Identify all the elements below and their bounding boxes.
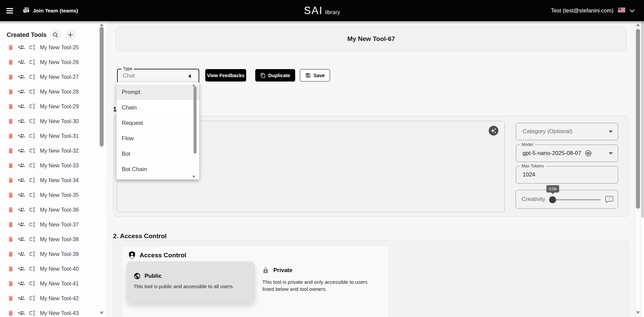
delete-tool-icon[interactable] bbox=[7, 103, 14, 110]
share-tool-icon[interactable] bbox=[17, 221, 25, 228]
delete-tool-icon[interactable] bbox=[7, 162, 14, 169]
delete-tool-icon[interactable] bbox=[7, 265, 14, 272]
type-menu-option[interactable]: Prompt bbox=[116, 85, 199, 100]
share-tool-icon[interactable] bbox=[17, 147, 25, 154]
sidebar-scroll-down-icon[interactable] bbox=[100, 312, 104, 314]
share-tool-icon[interactable] bbox=[17, 44, 25, 51]
rename-tool-icon[interactable] bbox=[29, 221, 36, 228]
tool-name[interactable]: My New Tool-38 bbox=[40, 236, 79, 243]
delete-tool-icon[interactable] bbox=[7, 44, 14, 51]
delete-tool-icon[interactable] bbox=[7, 192, 14, 199]
content-scrollbar[interactable] bbox=[636, 29, 640, 209]
rename-tool-icon[interactable] bbox=[29, 251, 36, 257]
tool-name[interactable]: My New Tool-29 bbox=[40, 103, 79, 110]
rename-tool-icon[interactable] bbox=[29, 162, 36, 169]
delete-tool-icon[interactable] bbox=[7, 88, 14, 95]
rename-tool-icon[interactable] bbox=[29, 177, 36, 183]
type-menu-scroll-down-icon[interactable] bbox=[192, 176, 196, 178]
type-menu-option[interactable]: Bot bbox=[116, 146, 199, 162]
delete-tool-icon[interactable] bbox=[7, 73, 14, 81]
rename-tool-icon[interactable] bbox=[29, 236, 36, 243]
menu-icon[interactable] bbox=[5, 6, 14, 15]
share-tool-icon[interactable] bbox=[17, 103, 25, 110]
category-select[interactable]: Category (Optional) bbox=[516, 123, 618, 140]
search-icon[interactable] bbox=[50, 29, 61, 41]
join-team-button[interactable]: Join Team (teams) bbox=[23, 5, 78, 16]
tool-name[interactable]: My New Tool-40 bbox=[40, 266, 79, 272]
type-menu-option[interactable]: Request bbox=[116, 115, 199, 131]
tool-name[interactable]: My New Tool-42 bbox=[40, 295, 79, 302]
tool-name[interactable]: My New Tool-26 bbox=[40, 59, 79, 65]
creativity-slider-track[interactable] bbox=[555, 199, 601, 200]
type-menu-option[interactable]: Flow bbox=[116, 131, 199, 146]
share-tool-icon[interactable] bbox=[17, 177, 25, 183]
tool-name[interactable]: My New Tool-32 bbox=[40, 148, 79, 154]
window-scrollbar[interactable] bbox=[641, 21, 644, 218]
tool-name[interactable]: My New Tool-35 bbox=[40, 192, 79, 198]
delete-tool-icon[interactable] bbox=[7, 177, 14, 184]
creativity-slider-thumb[interactable] bbox=[549, 196, 556, 203]
delete-tool-icon[interactable] bbox=[7, 280, 14, 287]
rename-tool-icon[interactable] bbox=[29, 147, 36, 154]
rename-tool-icon[interactable] bbox=[29, 88, 36, 95]
share-tool-icon[interactable] bbox=[17, 280, 25, 287]
account-menu-button[interactable]: Test (test@stefanini.com) bbox=[551, 0, 635, 21]
tool-name[interactable]: My New Tool-43 bbox=[40, 310, 79, 316]
share-tool-icon[interactable] bbox=[17, 206, 25, 213]
window-scrollbar-track[interactable] bbox=[641, 21, 644, 317]
public-option-card[interactable]: Public This tool is public and accessibl… bbox=[126, 261, 255, 302]
delete-tool-icon[interactable] bbox=[7, 310, 14, 317]
share-tool-icon[interactable] bbox=[17, 88, 25, 95]
delete-tool-icon[interactable] bbox=[7, 147, 14, 154]
delete-tool-icon[interactable] bbox=[7, 118, 14, 125]
type-menu-scroll-up-icon[interactable] bbox=[192, 84, 196, 86]
content-scroll-down-icon[interactable] bbox=[636, 311, 640, 314]
rename-tool-icon[interactable] bbox=[29, 265, 36, 272]
type-menu-option[interactable]: Bot Chain bbox=[116, 162, 199, 177]
rename-tool-icon[interactable] bbox=[29, 280, 36, 287]
private-option[interactable]: Private This tool is private and only ac… bbox=[262, 266, 383, 293]
tool-name[interactable]: My New Tool-36 bbox=[40, 207, 79, 213]
tool-name[interactable]: My New Tool-31 bbox=[40, 133, 79, 139]
tool-name[interactable]: My New Tool-25 bbox=[40, 44, 79, 51]
delete-tool-icon[interactable] bbox=[7, 236, 14, 243]
tool-name[interactable]: My New Tool-33 bbox=[40, 162, 79, 169]
rename-tool-icon[interactable] bbox=[29, 118, 36, 124]
type-select[interactable]: Type Chat bbox=[117, 69, 199, 83]
tool-name[interactable]: My New Tool-30 bbox=[40, 118, 79, 124]
type-menu-scrollbar[interactable] bbox=[194, 87, 197, 154]
rename-tool-icon[interactable] bbox=[29, 310, 36, 316]
help-bubble-icon[interactable]: ? bbox=[605, 196, 613, 205]
delete-tool-icon[interactable] bbox=[7, 206, 14, 213]
share-tool-icon[interactable] bbox=[17, 118, 25, 124]
delete-tool-icon[interactable] bbox=[7, 221, 14, 228]
save-button[interactable]: Save bbox=[300, 69, 330, 82]
max-tokens-input[interactable]: Max Tokens 1024 bbox=[516, 166, 618, 183]
share-tool-icon[interactable] bbox=[17, 295, 25, 302]
share-tool-icon[interactable] bbox=[17, 251, 25, 257]
tool-name[interactable]: My New Tool-37 bbox=[40, 221, 79, 228]
delete-tool-icon[interactable] bbox=[7, 59, 14, 66]
rename-tool-icon[interactable] bbox=[29, 133, 36, 139]
tool-name[interactable]: My New Tool-28 bbox=[40, 89, 79, 95]
ai-generate-icon[interactable] bbox=[489, 126, 498, 136]
rename-tool-icon[interactable] bbox=[29, 206, 36, 213]
view-feedbacks-button[interactable]: View Feedbacks bbox=[205, 69, 246, 82]
duplicate-button[interactable]: Duplicate bbox=[255, 69, 295, 82]
share-tool-icon[interactable] bbox=[17, 236, 25, 243]
rename-tool-icon[interactable] bbox=[29, 59, 36, 65]
share-tool-icon[interactable] bbox=[17, 265, 25, 272]
sidebar-scrollbar[interactable] bbox=[100, 27, 104, 147]
rename-tool-icon[interactable] bbox=[29, 103, 36, 110]
delete-tool-icon[interactable] bbox=[7, 251, 14, 258]
tool-name[interactable]: My New Tool-34 bbox=[40, 177, 79, 183]
delete-tool-icon[interactable] bbox=[7, 295, 14, 302]
rename-tool-icon[interactable] bbox=[29, 295, 36, 302]
share-tool-icon[interactable] bbox=[17, 59, 25, 65]
add-tool-icon[interactable] bbox=[65, 29, 76, 41]
model-select[interactable]: Model gpt-5-nano-2025-08-07 bbox=[516, 145, 618, 162]
tool-name[interactable]: My New Tool-41 bbox=[40, 280, 79, 287]
rename-tool-icon[interactable] bbox=[29, 192, 36, 198]
share-tool-icon[interactable] bbox=[17, 133, 25, 139]
rename-tool-icon[interactable] bbox=[29, 44, 36, 51]
